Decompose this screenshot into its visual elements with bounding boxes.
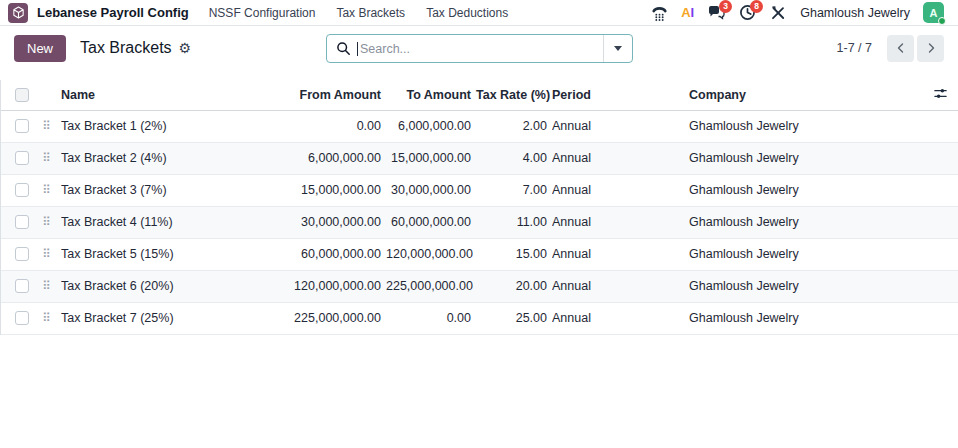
menu-item-tax-deductions[interactable]: Tax Deductions: [426, 6, 508, 20]
cell-from-amount[interactable]: 6,000,000.00: [261, 142, 386, 174]
cell-name[interactable]: Tax Bracket 1 (2%): [61, 110, 261, 142]
drag-handle-icon[interactable]: ⠿: [37, 119, 50, 133]
table-row[interactable]: ⠿ Tax Bracket 3 (7%) 15,000,000.00 30,00…: [1, 174, 958, 206]
cell-company[interactable]: Ghamloush Jewelry: [689, 206, 919, 238]
search-icon: [336, 41, 351, 56]
cell-from-amount[interactable]: 120,000,000.00: [261, 270, 386, 302]
drag-handle-icon[interactable]: ⠿: [37, 215, 50, 229]
activities-icon[interactable]: 8: [738, 4, 756, 22]
cell-from-amount[interactable]: 60,000,000.00: [261, 238, 386, 270]
cell-company[interactable]: Ghamloush Jewelry: [689, 142, 919, 174]
cell-to-amount[interactable]: 6,000,000.00: [386, 110, 476, 142]
text-cursor: [357, 42, 358, 56]
cell-from-amount[interactable]: 15,000,000.00: [261, 174, 386, 206]
row-checkbox[interactable]: [15, 215, 29, 229]
cell-name[interactable]: Tax Bracket 7 (25%): [61, 302, 261, 334]
search-bar[interactable]: [326, 34, 633, 63]
cell-to-amount[interactable]: 0.00: [386, 302, 476, 334]
cell-company[interactable]: Ghamloush Jewelry: [689, 174, 919, 206]
cell-name[interactable]: Tax Bracket 5 (15%): [61, 238, 261, 270]
cell-name[interactable]: Tax Bracket 6 (20%): [61, 270, 261, 302]
table-row[interactable]: ⠿ Tax Bracket 7 (25%) 225,000,000.00 0.0…: [1, 302, 958, 334]
messages-icon[interactable]: 3: [707, 4, 725, 22]
cell-company[interactable]: Ghamloush Jewelry: [689, 238, 919, 270]
column-header-tax-rate[interactable]: Tax Rate (%): [476, 80, 552, 110]
cell-name[interactable]: Tax Bracket 2 (4%): [61, 142, 261, 174]
cell-from-amount[interactable]: 0.00: [261, 110, 386, 142]
cell-tax-rate[interactable]: 15.00: [476, 238, 552, 270]
cell-tax-rate[interactable]: 7.00: [476, 174, 552, 206]
cell-to-amount[interactable]: 60,000,000.00: [386, 206, 476, 238]
table-body: ⠿ Tax Bracket 1 (2%) 0.00 6,000,000.00 2…: [1, 110, 958, 334]
table-row[interactable]: ⠿ Tax Bracket 4 (11%) 30,000,000.00 60,0…: [1, 206, 958, 238]
cell-tax-rate[interactable]: 2.00: [476, 110, 552, 142]
pager-previous-button[interactable]: [887, 35, 914, 62]
sliders-icon: [933, 86, 948, 101]
cell-to-amount[interactable]: 225,000,000.00: [386, 270, 476, 302]
drag-handle-icon[interactable]: ⠿: [37, 311, 50, 325]
cell-tax-rate[interactable]: 4.00: [476, 142, 552, 174]
row-checkbox[interactable]: [15, 119, 29, 133]
cell-period[interactable]: Annual: [552, 142, 689, 174]
cell-company[interactable]: Ghamloush Jewelry: [689, 270, 919, 302]
cell-to-amount[interactable]: 120,000,000.00: [386, 238, 476, 270]
row-checkbox[interactable]: [15, 183, 29, 197]
cell-company[interactable]: Ghamloush Jewelry: [689, 302, 919, 334]
menu-item-tax-brackets[interactable]: Tax Brackets: [336, 6, 405, 20]
cell-tax-rate[interactable]: 20.00: [476, 270, 552, 302]
column-header-company[interactable]: Company: [689, 80, 919, 110]
apps-menu-button[interactable]: [8, 3, 28, 23]
company-switcher[interactable]: Ghamloush Jewelry: [800, 6, 910, 20]
table-row[interactable]: ⠿ Tax Bracket 1 (2%) 0.00 6,000,000.00 2…: [1, 110, 958, 142]
search-dropdown-toggle[interactable]: [603, 35, 632, 62]
cell-from-amount[interactable]: 225,000,000.00: [261, 302, 386, 334]
list-view: Name From Amount To Amount Tax Rate (%) …: [0, 80, 958, 335]
avatar-letter: A: [930, 7, 938, 19]
phone-keypad-icon: [651, 4, 668, 21]
cell-tax-rate[interactable]: 11.00: [476, 206, 552, 238]
row-checkbox[interactable]: [15, 311, 29, 325]
ai-icon[interactable]: AI: [681, 5, 694, 20]
messages-count-badge: 3: [719, 0, 732, 13]
drag-handle-icon[interactable]: ⠿: [37, 151, 50, 165]
table-row[interactable]: ⠿ Tax Bracket 6 (20%) 120,000,000.00 225…: [1, 270, 958, 302]
cell-period[interactable]: Annual: [552, 206, 689, 238]
drag-handle-icon[interactable]: ⠿: [37, 247, 50, 261]
drag-handle-icon[interactable]: ⠿: [37, 279, 50, 293]
cube-icon: [12, 6, 25, 19]
new-button[interactable]: New: [14, 35, 66, 62]
column-header-to-amount[interactable]: To Amount: [386, 80, 476, 110]
tools-icon[interactable]: [769, 4, 787, 22]
cell-period[interactable]: Annual: [552, 270, 689, 302]
table-row[interactable]: ⠿ Tax Bracket 2 (4%) 6,000,000.00 15,000…: [1, 142, 958, 174]
cell-period[interactable]: Annual: [552, 302, 689, 334]
cell-to-amount[interactable]: 30,000,000.00: [386, 174, 476, 206]
app-name[interactable]: Lebanese Payroll Config: [37, 5, 189, 20]
row-checkbox[interactable]: [15, 247, 29, 261]
cell-period[interactable]: Annual: [552, 238, 689, 270]
cell-name[interactable]: Tax Bracket 3 (7%): [61, 174, 261, 206]
select-all-checkbox[interactable]: [15, 88, 29, 102]
column-header-name[interactable]: Name: [61, 80, 261, 110]
row-checkbox[interactable]: [15, 151, 29, 165]
cell-tax-rate[interactable]: 25.00: [476, 302, 552, 334]
cell-period[interactable]: Annual: [552, 110, 689, 142]
cell-name[interactable]: Tax Bracket 4 (11%): [61, 206, 261, 238]
drag-handle-icon[interactable]: ⠿: [37, 183, 50, 197]
wrench-screwdriver-icon: [770, 5, 786, 21]
cell-from-amount[interactable]: 30,000,000.00: [261, 206, 386, 238]
cell-company[interactable]: Ghamloush Jewelry: [689, 110, 919, 142]
pager-next-button[interactable]: [917, 35, 944, 62]
optional-columns-button[interactable]: [919, 80, 958, 110]
row-checkbox[interactable]: [15, 279, 29, 293]
cell-period[interactable]: Annual: [552, 174, 689, 206]
cell-to-amount[interactable]: 15,000,000.00: [386, 142, 476, 174]
menu-item-nssf-configuration[interactable]: NSSF Configuration: [209, 6, 316, 20]
column-header-from-amount[interactable]: From Amount: [261, 80, 386, 110]
settings-gear-icon[interactable]: ⚙: [179, 41, 192, 55]
table-row[interactable]: ⠿ Tax Bracket 5 (15%) 60,000,000.00 120,…: [1, 238, 958, 270]
search-input[interactable]: [360, 42, 603, 56]
user-avatar[interactable]: A: [923, 2, 944, 23]
column-header-period[interactable]: Period: [552, 80, 689, 110]
softphone-icon[interactable]: [650, 4, 668, 22]
